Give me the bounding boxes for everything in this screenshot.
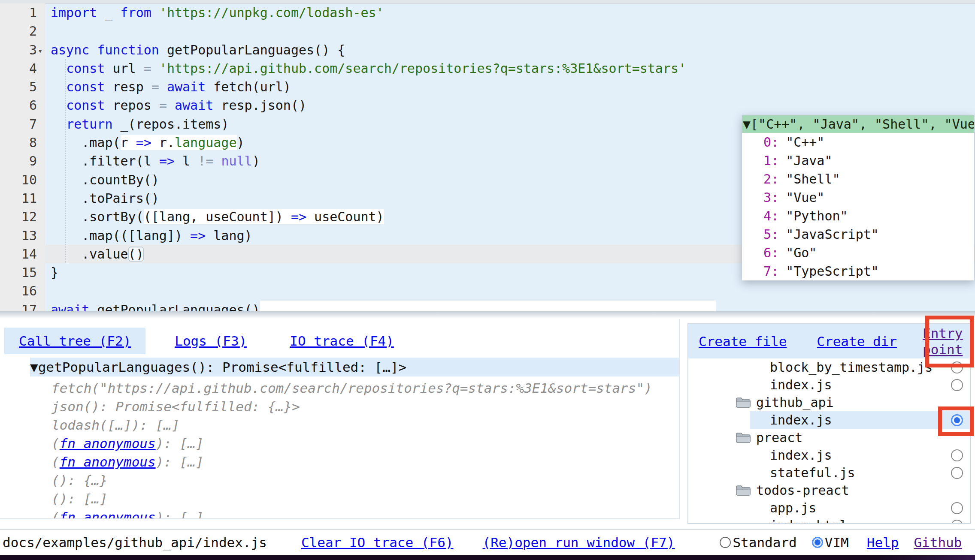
code-line-17[interactable]: 17await getPopularLanguages(): [0, 301, 975, 311]
inspector-item-row: 1:"Java": [742, 151, 974, 170]
call-tree-row[interactable]: (fn anonymous): […]: [51, 508, 679, 519]
code-token: resp: [105, 79, 151, 94]
code-token: [51, 61, 66, 76]
code-line-4[interactable]: 4 const url = 'https://api.github.com/se…: [0, 59, 975, 78]
inspector-item-row: 3:"Vue": [742, 188, 974, 207]
github-link[interactable]: Github: [914, 535, 962, 550]
file-name: stateful.js: [770, 465, 855, 480]
call-tree-row[interactable]: (): […]: [51, 490, 679, 508]
entry-point-radio[interactable]: [951, 467, 963, 479]
call-tree-root-row[interactable]: ▼getPopularLanguages(): Promise<fulfille…: [30, 358, 679, 376]
inspector-item-value: "Shell": [786, 172, 840, 187]
standard-radio[interactable]: [720, 537, 731, 548]
line-number: 9: [0, 152, 37, 170]
folder-item[interactable]: preact: [688, 429, 970, 446]
entry-point-radio[interactable]: [951, 449, 963, 461]
create-file-button[interactable]: Create file: [699, 334, 787, 349]
fold-arrow-icon[interactable]: ▾: [38, 42, 42, 60]
inspector-item-index: 6:: [763, 245, 779, 260]
entry-point-radio[interactable]: [951, 502, 963, 514]
indent-guide: [65, 59, 66, 263]
code-token: .toPairs(): [51, 191, 159, 206]
inspector-item-row: 4:"Python": [742, 207, 974, 225]
folder-name: github_api: [756, 395, 834, 410]
code-token: =>: [136, 135, 151, 150]
folder-icon: [736, 484, 751, 497]
code-token: await: [167, 79, 206, 94]
code-token: .countBy(): [51, 172, 159, 187]
tab-logs[interactable]: Logs (F3): [175, 333, 247, 349]
file-item[interactable]: index.html: [688, 517, 970, 524]
code-token: .map(([lang]): [51, 228, 190, 243]
folder-label-wrap: github_api: [736, 395, 834, 410]
code-line-5[interactable]: 5 const resp = await fetch(url): [0, 78, 975, 96]
call-tree-row[interactable]: json(): Promise<fulfilled: {…}>: [51, 397, 679, 416]
code-token: getPopularLanguages() {: [159, 42, 345, 57]
code-token: async: [51, 42, 89, 57]
standard-label: Standard: [733, 535, 796, 550]
file-item[interactable]: index.js: [688, 376, 970, 394]
file-name: block_by_timestamp.js: [770, 360, 933, 375]
folder-icon: [736, 396, 751, 409]
tab-io[interactable]: IO trace (F4): [290, 333, 394, 349]
inspector-array-header[interactable]: ▼["C++", "Java", "Shell", "Vue", "Python…: [742, 115, 974, 133]
code-token: language: [175, 135, 237, 150]
folder-item[interactable]: github_api: [688, 394, 970, 411]
entry-point-radio[interactable]: [951, 520, 963, 524]
help-link[interactable]: Help: [867, 535, 899, 550]
keybindings-vim-option[interactable]: VIM: [812, 535, 849, 550]
code-text: .filter(l => l != null): [51, 152, 260, 170]
code-token: await: [175, 98, 213, 113]
clear-io-trace-button[interactable]: Clear IO trace (F6): [301, 535, 454, 550]
code-token: [167, 98, 175, 113]
code-token: ([lang, useCount]): [144, 209, 291, 224]
code-line-2[interactable]: 2: [0, 22, 975, 40]
code-text: import _ from 'https://unpkg.com/lodash-…: [51, 3, 384, 22]
code-line-6[interactable]: 6 const repos = await resp.json(): [0, 96, 975, 114]
code-token: r.: [151, 135, 175, 150]
code-line-3[interactable]: 3▾async function getPopularLanguages() {: [0, 41, 975, 59]
line-number: 15: [0, 263, 37, 282]
folder-name: todos-preact: [756, 483, 849, 498]
line-number: 14: [0, 245, 37, 263]
code-token: [51, 98, 66, 113]
tab-call[interactable]: Call tree (F2): [4, 328, 145, 354]
inspector-item-index: 7:: [763, 264, 779, 279]
call-tree-row[interactable]: fetch("https://api.github.com/search/rep…: [51, 379, 679, 397]
call-tree-row[interactable]: lodash([…]): […]: [51, 416, 679, 434]
reopen-run-window-button[interactable]: (Re)open run window (F7): [483, 535, 675, 550]
line-number: 3: [0, 41, 37, 59]
value-inspector-popup[interactable]: ▼["C++", "Java", "Shell", "Vue", "Python…: [742, 115, 974, 280]
code-token: [151, 5, 159, 20]
vim-radio[interactable]: [812, 537, 823, 548]
keybindings-standard-option[interactable]: Standard: [720, 535, 796, 550]
code-text: return _(repos.items): [51, 115, 229, 133]
expression-highlight-band: [260, 301, 716, 311]
code-token: function: [97, 42, 159, 57]
anonymous-fn-link[interactable]: fn anonymous: [60, 436, 156, 451]
inspector-item-value: "Go": [786, 245, 817, 260]
call-tree-row[interactable]: (): {…}: [51, 471, 679, 490]
code-token: from: [121, 5, 151, 20]
inspector-item-index: 2:: [763, 172, 779, 187]
file-item[interactable]: app.js: [688, 499, 970, 517]
file-item[interactable]: stateful.js: [688, 464, 970, 482]
anonymous-fn-link[interactable]: fn anonymous: [60, 509, 156, 519]
code-line-1[interactable]: 1import _ from 'https://unpkg.com/lodash…: [0, 3, 975, 22]
code-text: const repos = await resp.json(): [51, 96, 306, 114]
code-line-16[interactable]: 16: [0, 282, 975, 300]
anonymous-fn-link[interactable]: fn anonymous: [60, 454, 156, 470]
code-token: [213, 154, 221, 169]
file-item[interactable]: index.js: [688, 411, 970, 429]
code-token: _(repos.items): [113, 117, 229, 132]
code-token: const: [66, 61, 105, 76]
create-dir-button[interactable]: Create dir: [817, 334, 897, 349]
code-token: .value: [51, 247, 128, 262]
folder-item[interactable]: todos-preact: [688, 482, 970, 499]
entry-point-radio[interactable]: [951, 379, 963, 391]
code-token: .sortBy(: [51, 209, 144, 224]
call-tree-row[interactable]: (fn anonymous): […]: [51, 434, 679, 453]
call-tree-row[interactable]: (fn anonymous): […]: [51, 453, 679, 471]
code-text: async function getPopularLanguages() {: [51, 41, 345, 59]
file-item[interactable]: index.js: [688, 446, 970, 464]
